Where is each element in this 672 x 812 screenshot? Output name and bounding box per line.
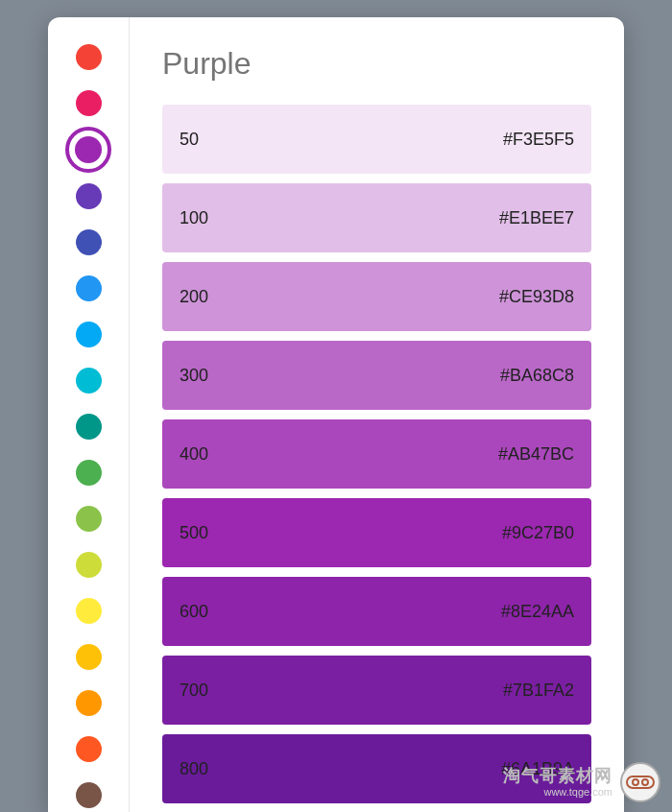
shade-row[interactable]: 200#CE93D8 <box>162 262 591 331</box>
shade-row[interactable]: 400#AB47BC <box>162 419 591 489</box>
shade-label: 800 <box>180 759 208 779</box>
shade-list: 50#F3E5F5100#E1BEE7200#CE93D8300#BA68C84… <box>162 105 591 803</box>
shade-hex: #F3E5F5 <box>503 130 574 150</box>
color-dot[interactable] <box>76 368 102 394</box>
color-dot[interactable] <box>76 736 102 762</box>
color-dot[interactable] <box>76 414 102 440</box>
watermark-url: www.tqge.com <box>543 786 612 799</box>
shade-label: 700 <box>180 681 208 701</box>
main-panel: Purple 50#F3E5F5100#E1BEE7200#CE93D8300#… <box>130 17 624 812</box>
watermark: 淘气哥素材网 www.tqge.com <box>503 762 660 802</box>
color-dot-inner <box>75 136 102 163</box>
shade-label: 400 <box>180 444 208 465</box>
shade-row[interactable]: 700#7B1FA2 <box>162 656 591 725</box>
color-dot[interactable] <box>76 322 102 347</box>
palette-card: Purple 50#F3E5F5100#E1BEE7200#CE93D8300#… <box>48 17 624 812</box>
shade-row[interactable]: 600#8E24AA <box>162 577 591 646</box>
shade-label: 500 <box>180 523 208 543</box>
shade-hex: #AB47BC <box>498 444 574 465</box>
shade-hex: #E1BEE7 <box>499 208 574 228</box>
color-dot[interactable] <box>76 690 102 716</box>
color-dot[interactable] <box>76 506 102 532</box>
shade-hex: #7B1FA2 <box>503 681 574 701</box>
color-dot[interactable] <box>76 460 102 486</box>
shade-row[interactable]: 300#BA68C8 <box>162 341 591 410</box>
watermark-title: 淘气哥素材网 <box>503 766 612 786</box>
shade-hex: #9C27B0 <box>502 523 574 543</box>
color-dot[interactable] <box>76 44 102 70</box>
color-dot[interactable] <box>76 644 102 670</box>
shade-row[interactable]: 500#9C27B0 <box>162 498 591 567</box>
palette-title: Purple <box>162 46 591 82</box>
shade-row[interactable]: 50#F3E5F5 <box>162 105 591 174</box>
shade-hex: #8E24AA <box>501 602 574 622</box>
shade-label: 100 <box>180 208 208 228</box>
color-dot[interactable] <box>76 229 102 255</box>
color-dot[interactable] <box>76 90 102 116</box>
shade-label: 600 <box>180 602 208 622</box>
color-dot-selected[interactable] <box>65 127 111 173</box>
color-dot[interactable] <box>76 598 102 624</box>
shade-row[interactable]: 100#E1BEE7 <box>162 183 591 252</box>
color-dot[interactable] <box>76 275 102 301</box>
shade-label: 200 <box>180 287 208 307</box>
color-sidebar <box>48 17 130 812</box>
color-dot[interactable] <box>76 183 102 209</box>
color-dot[interactable] <box>76 782 102 808</box>
shade-label: 50 <box>180 130 199 150</box>
shade-hex: #BA68C8 <box>500 366 574 386</box>
watermark-icon <box>620 762 660 802</box>
shade-hex: #CE93D8 <box>499 287 574 307</box>
color-dot[interactable] <box>76 552 102 578</box>
shade-label: 300 <box>180 366 208 386</box>
